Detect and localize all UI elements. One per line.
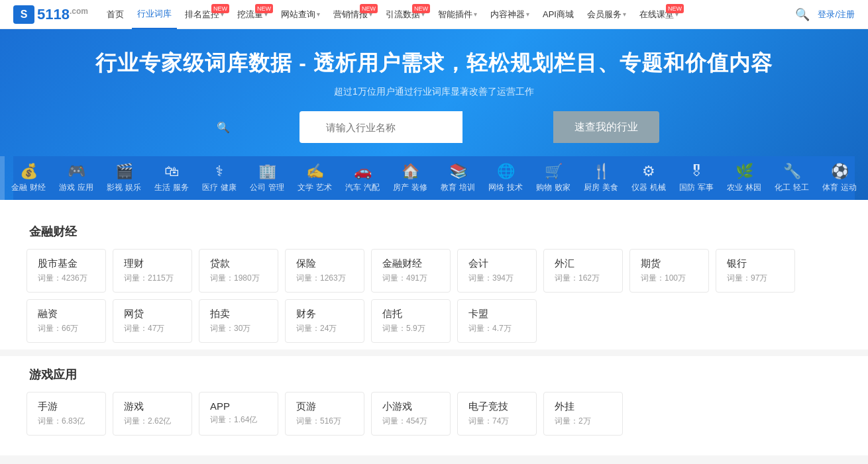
- cat-tab-label-16: 农业 林园: [727, 183, 761, 193]
- search-button[interactable]: 速查我的行业: [553, 111, 659, 143]
- logo-text: 5118.com: [37, 6, 88, 23]
- card-games-2[interactable]: APP词量：1.64亿: [199, 392, 278, 436]
- card-finance-7[interactable]: 期货词量：100万: [629, 249, 709, 293]
- cat-tab-icon-18: ⚽: [831, 163, 849, 180]
- nav-item-8[interactable]: 内容神器▾: [485, 0, 535, 29]
- card-count: 词量：1.64亿: [210, 414, 267, 426]
- card-finance-6[interactable]: 外汇词量：162万: [543, 249, 623, 293]
- nav-item-6[interactable]: 引流数据NEW▾: [380, 0, 430, 29]
- cat-tab-label-6: 公司 管理: [250, 183, 284, 193]
- nav-item-10[interactable]: 会员服务▾: [582, 0, 631, 29]
- cat-tab-18[interactable]: ⚽体育 运动: [816, 156, 863, 200]
- card-finance-10[interactable]: 网贷词量：47万: [113, 299, 192, 343]
- cat-tab-icon-4: 🛍: [164, 163, 179, 180]
- card-games-1[interactable]: 游戏词量：2.62亿: [113, 392, 192, 436]
- cat-tab-14[interactable]: ⚙仪器 机械: [625, 156, 673, 200]
- cat-tab-1[interactable]: 💰金融 财经: [5, 156, 52, 200]
- nav-item-5[interactable]: 营销情报NEW▾: [328, 0, 378, 29]
- card-count: 词量：100万: [641, 273, 698, 284]
- nav-item-1[interactable]: 行业词库: [132, 0, 177, 29]
- card-count: 词量：30万: [210, 323, 267, 334]
- cat-tab-icon-16: 🌿: [735, 163, 753, 180]
- card-name: 银行: [727, 257, 784, 270]
- card-finance-5[interactable]: 会计词量：394万: [457, 249, 537, 293]
- card-finance-3[interactable]: 保险词量：1263万: [285, 249, 364, 293]
- cat-tab-8[interactable]: 🚗汽车 汽配: [339, 156, 386, 200]
- cat-tab-2[interactable]: 🎮游戏 应用: [52, 156, 100, 200]
- nav-right: 🔍 登录/注册: [795, 7, 855, 22]
- card-finance-9[interactable]: 融资词量：66万: [27, 299, 106, 343]
- card-finance-4[interactable]: 金融财经词量：491万: [371, 249, 451, 293]
- card-name: 网贷: [124, 308, 181, 320]
- cat-tab-label-10: 教育 培训: [441, 183, 474, 193]
- card-finance-12[interactable]: 财务词量：24万: [285, 299, 364, 343]
- card-count: 词量：1980万: [210, 273, 267, 284]
- nav-item-0[interactable]: 首页: [101, 0, 129, 29]
- cat-tab-16[interactable]: 🌿农业 林园: [720, 156, 768, 200]
- card-finance-11[interactable]: 拍卖词量：30万: [199, 299, 278, 343]
- card-games-6[interactable]: 外挂词量：2万: [543, 392, 623, 436]
- nav-item-9[interactable]: API商城: [537, 0, 579, 29]
- cat-tab-4[interactable]: 🛍生活 服务: [148, 156, 195, 200]
- card-count: 词量：491万: [382, 273, 439, 284]
- cat-tab-label-7: 文学 艺术: [298, 183, 331, 193]
- card-finance-14[interactable]: 卡盟词量：4.7万: [457, 299, 537, 343]
- cat-tab-label-13: 厨房 美食: [584, 183, 618, 193]
- cat-tab-icon-5: ⚕: [215, 163, 223, 180]
- cat-tab-icon-8: 🚗: [354, 163, 372, 180]
- card-count: 词量：2万: [555, 416, 612, 427]
- cat-tab-label-1: 金融 财经: [11, 183, 45, 193]
- cat-tab-0[interactable]: ☆我的 收藏: [0, 156, 5, 200]
- cat-tab-icon-15: 🎖: [689, 163, 704, 180]
- cat-tab-icon-11: 🌐: [497, 163, 515, 180]
- nav-item-4[interactable]: 网站查询▾: [276, 0, 325, 29]
- cat-tab-17[interactable]: 🔧化工 轻工: [768, 156, 816, 200]
- search-icon[interactable]: 🔍: [795, 7, 810, 22]
- cat-tab-icon-14: ⚙: [642, 163, 655, 180]
- cat-tab-7[interactable]: ✍文学 艺术: [291, 156, 339, 200]
- card-finance-1[interactable]: 理财词量：2115万: [113, 249, 192, 293]
- card-finance-2[interactable]: 贷款词量：1980万: [199, 249, 278, 293]
- cat-tab-15[interactable]: 🎖国防 军事: [673, 156, 720, 200]
- cat-tab-12[interactable]: 🛒购物 败家: [529, 156, 577, 200]
- cat-tab-icon-3: 🎬: [115, 163, 133, 180]
- search-bar: 🔍 速查我的行业: [209, 111, 659, 143]
- hero-section: 行业专家级词库数据 - 透析用户需求，轻松规划栏目、专题和价值内容 超过1万位用…: [0, 29, 868, 200]
- cat-tab-13[interactable]: 🍴厨房 美食: [577, 156, 625, 200]
- nav-item-11[interactable]: 在线课堂NEW▾: [634, 0, 684, 29]
- logo[interactable]: S 5118.com: [13, 5, 88, 24]
- card-finance-0[interactable]: 股市基金词量：4236万: [27, 249, 106, 293]
- cat-tab-icon-2: 🎮: [68, 163, 85, 180]
- nav-item-3[interactable]: 挖流量NEW▾: [232, 0, 273, 29]
- cat-tab-11[interactable]: 🌐网络 技术: [482, 156, 529, 200]
- cat-tab-19[interactable]: ⋯其他: [863, 156, 868, 200]
- nav-item-7[interactable]: 智能插件▾: [433, 0, 482, 29]
- card-finance-8[interactable]: 银行词量：97万: [716, 249, 795, 293]
- search-input[interactable]: [299, 111, 462, 143]
- card-name: 页游: [296, 400, 353, 413]
- cat-tab-3[interactable]: 🎬影视 娱乐: [100, 156, 148, 200]
- login-button[interactable]: 登录/注册: [818, 9, 855, 21]
- card-games-5[interactable]: 电子竞技词量：74万: [457, 392, 537, 436]
- cards-grid-finance: 股市基金词量：4236万理财词量：2115万贷款词量：1980万保险词量：126…: [27, 249, 841, 343]
- card-count: 词量：97万: [727, 273, 784, 284]
- card-count: 词量：1263万: [296, 273, 353, 284]
- card-name: 财务: [296, 308, 353, 320]
- card-games-3[interactable]: 页游词量：516万: [285, 392, 364, 436]
- cat-tab-icon-6: 🏢: [258, 163, 276, 180]
- cat-tab-9[interactable]: 🏠房产 装修: [386, 156, 434, 200]
- cat-tab-10[interactable]: 📚教育 培训: [434, 156, 482, 200]
- card-games-4[interactable]: 小游戏词量：454万: [371, 392, 451, 436]
- card-count: 词量：2115万: [124, 273, 181, 284]
- card-games-0[interactable]: 手游词量：6.83亿: [27, 392, 106, 436]
- nav-item-2[interactable]: 排名监控NEW▾: [180, 0, 229, 29]
- card-count: 词量：74万: [468, 416, 525, 427]
- card-count: 词量：4.7万: [468, 323, 525, 334]
- card-name: 融资: [38, 308, 95, 320]
- cat-tab-icon-17: 🔧: [783, 163, 801, 180]
- card-count: 词量：394万: [468, 273, 525, 284]
- card-finance-13[interactable]: 信托词量：5.9万: [371, 299, 451, 343]
- section-title-finance: 金融财经: [27, 224, 841, 240]
- cat-tab-6[interactable]: 🏢公司 管理: [243, 156, 291, 200]
- cat-tab-5[interactable]: ⚕医疗 健康: [195, 156, 243, 200]
